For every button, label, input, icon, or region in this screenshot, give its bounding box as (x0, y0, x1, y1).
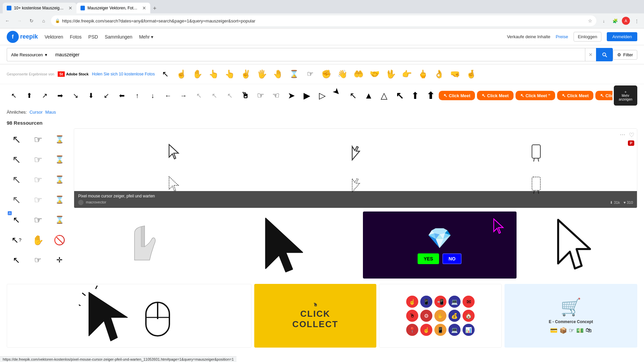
left-icon-17[interactable]: ✋ (28, 230, 48, 250)
cursor-icon-2[interactable]: ☝ (174, 67, 189, 81)
left-icon-1[interactable]: ↖ (7, 130, 26, 149)
cursor-icon-9[interactable]: ⌛ (287, 67, 301, 81)
big-arrow-icon-1[interactable]: 🖱 (238, 88, 252, 103)
cursor-icon-13[interactable]: 🤲 (352, 67, 366, 81)
cursor-icon-16[interactable]: 👉 (400, 67, 414, 81)
cursor-icon-20[interactable]: 🤞 (464, 67, 478, 81)
click-meet-badge-1[interactable]: ↖ Click Meet (439, 91, 475, 100)
arrow-icon-9[interactable]: ↑ (130, 88, 144, 103)
favorite-button[interactable]: ♡ (629, 131, 634, 139)
cursor-icon-1[interactable]: ↖ (158, 67, 172, 81)
arrow-icon-8[interactable]: ⬅ (115, 88, 129, 103)
left-icon-5[interactable]: ☞ (28, 150, 48, 169)
click-meet-badge-3[interactable]: ↖ Click Meet " (516, 91, 555, 100)
nav-sammlungen[interactable]: Sammlungen (105, 34, 132, 40)
nav-psd[interactable]: PSD (88, 34, 98, 40)
arrow-icon-11[interactable]: ← (161, 88, 175, 103)
cursor-icon-3[interactable]: ✋ (191, 67, 205, 81)
nav-vektoren[interactable]: Vektoren (45, 34, 63, 40)
grid-dots-button[interactable]: ⋯ (620, 131, 625, 138)
left-icon-6[interactable]: ⌛ (50, 150, 69, 169)
tab-2-close[interactable]: ✕ (142, 5, 146, 11)
nav-fotos[interactable]: Fotos (70, 34, 82, 40)
cursor-icon-7[interactable]: 🖐 (255, 67, 269, 81)
left-icon-10[interactable]: ↖ (7, 190, 26, 209)
arrow-icon-14[interactable]: ↖ (207, 88, 221, 103)
arrow-icon-10[interactable]: ↓ (146, 88, 160, 103)
nav-mehr[interactable]: Mehr ▾ (139, 34, 153, 40)
left-icon-19[interactable]: ↖ (7, 250, 26, 270)
arrow-icon-15[interactable]: ↖ (223, 88, 237, 103)
big-arrow-icon-9[interactable]: ▲ (362, 88, 376, 103)
search-submit-button[interactable] (596, 48, 613, 61)
big-arrow-icon-10[interactable]: △ (377, 88, 391, 103)
click-meet-badge-5[interactable]: ↖ Click Meet (595, 91, 612, 100)
big-arrow-icon-11[interactable]: ↖ (392, 88, 407, 103)
click-meet-badge-2[interactable]: ↖ Click Meet (477, 91, 513, 100)
register-button[interactable]: Anmelden (607, 32, 637, 41)
gallery-item-hand-cursor[interactable] (74, 212, 216, 279)
cursor-icon-5[interactable]: 👆 (223, 67, 237, 81)
left-icon-13[interactable]: ↖ A (7, 210, 26, 230)
cursor-icon-6[interactable]: ✌ (239, 67, 253, 81)
cursor-icon-12[interactable]: 👋 (335, 67, 350, 81)
cursor-icon-17[interactable]: 🖕 (416, 67, 430, 81)
gallery-item-big-arrow[interactable] (218, 212, 360, 279)
filter-button[interactable]: ⚙ Filter (613, 50, 637, 60)
no-button[interactable]: NO (442, 253, 462, 264)
bookmark-icon[interactable]: ☆ (588, 18, 592, 23)
featured-item[interactable]: ♡ ⋯ P (74, 128, 637, 208)
left-icon-14[interactable]: ☞ (28, 210, 48, 230)
cursor-icon-18[interactable]: 👌 (432, 67, 446, 81)
gallery-item-click-collect[interactable]: 🖱 CLICK COLLECT (254, 284, 376, 348)
big-arrow-icon-3[interactable]: ☜ (269, 88, 283, 103)
cursor-icon-19[interactable]: 🤜 (448, 67, 462, 81)
arrow-icon-4[interactable]: ➡ (53, 88, 67, 103)
arrow-icon-12[interactable]: → (176, 88, 191, 103)
pinterest-button[interactable]: P (628, 140, 634, 146)
search-category-dropdown[interactable]: Alle Ressourcen ▾ (7, 48, 51, 61)
left-icon-20[interactable]: ☞ (28, 250, 48, 270)
tab-1[interactable]: 10+ kostenlose Mauszeiger & ✕ (3, 3, 76, 13)
cursor-icon-10[interactable]: ☞ (303, 67, 317, 81)
cursor-icon-8[interactable]: 🤚 (271, 67, 285, 81)
extensions-button[interactable]: 🧩 (610, 16, 620, 25)
back-button[interactable]: ← (3, 16, 12, 25)
cursor-icon-15[interactable]: 🖖 (384, 67, 398, 81)
big-arrow-icon-6[interactable]: ▷ (315, 88, 329, 103)
left-icon-21[interactable]: ✛ (50, 250, 69, 270)
search-input[interactable] (51, 48, 585, 61)
left-icon-11[interactable]: ☞ (28, 190, 48, 209)
big-arrow-icon-8[interactable]: ↖ (346, 88, 360, 103)
left-icon-9[interactable]: ⌛ (50, 170, 69, 189)
click-meet-badge-4[interactable]: ↖ Click Meet (557, 91, 593, 100)
gallery-item-neon-diamond[interactable]: 💎 YES NO (363, 212, 517, 279)
arrow-icon-13[interactable]: ↖ (192, 88, 206, 103)
profile-button[interactable]: A (622, 17, 630, 25)
left-icon-16[interactable]: ↖? (7, 230, 26, 250)
nav-preise[interactable]: Preise (556, 34, 568, 39)
address-bar[interactable]: 🔒 https://de.freepik.com/search?dates=an… (51, 15, 596, 26)
left-icon-18[interactable]: 🚫 (50, 230, 69, 250)
reload-button[interactable]: ↻ (27, 16, 36, 25)
tag-cursor[interactable]: Cursor (30, 110, 43, 115)
big-arrow-icon-12[interactable]: ⬆ (408, 88, 422, 103)
cursor-icon-4[interactable]: 👆 (207, 67, 221, 81)
login-button[interactable]: Einloggen (574, 32, 602, 42)
big-arrow-icon-4[interactable]: ➤ (284, 88, 299, 103)
left-icon-15[interactable]: ⌛ (50, 210, 69, 230)
left-icon-4[interactable]: ↖ (7, 150, 26, 169)
arrow-icon-3[interactable]: ↗ (38, 88, 52, 103)
new-tab-button[interactable]: + (150, 4, 159, 13)
gallery-item-outline-arrow[interactable] (519, 212, 637, 279)
home-button[interactable]: ⌂ (39, 16, 48, 25)
cursor-icon-14[interactable]: 🤝 (368, 67, 382, 81)
cursor-icon-11[interactable]: ✊ (319, 67, 333, 81)
big-arrow-icon-7[interactable]: ➤ (328, 85, 347, 105)
gallery-item-shopping-cart[interactable]: 🛒 E - Commerce Concept 💳 📦 ☞ 💵 🛍 (504, 284, 637, 348)
big-arrow-icon-13[interactable]: ⬆ (423, 88, 437, 103)
tag-maus[interactable]: Maus (45, 110, 56, 115)
tab-1-close[interactable]: ✕ (68, 5, 72, 11)
tab-2[interactable]: Mauszeiger Vektoren, Fotos u... ✕ (76, 3, 150, 13)
sponsored-link[interactable]: Holen Sie sich 10 kostenlose Fotos (92, 72, 155, 76)
